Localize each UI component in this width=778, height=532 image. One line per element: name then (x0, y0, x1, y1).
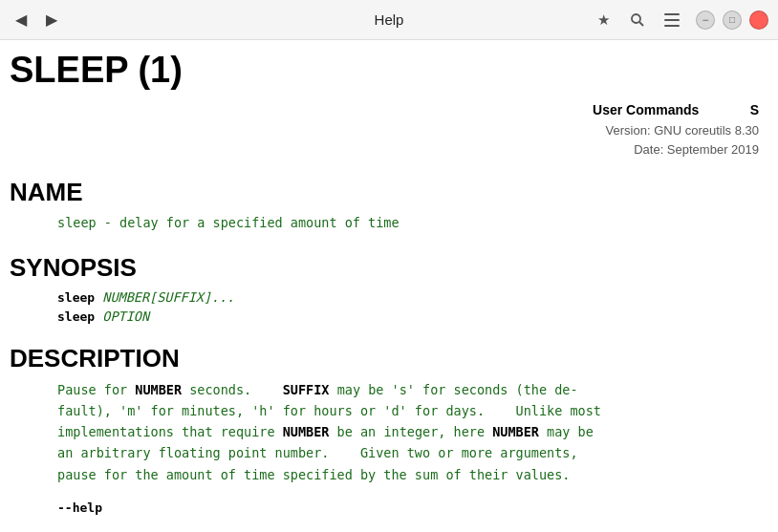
meta-date: Date: September 2019 (10, 140, 759, 160)
help-content: SLEEP (1) User Commands S Version: GNU c… (0, 40, 778, 532)
meta-section-label: User Commands (593, 102, 699, 117)
svg-line-1 (639, 22, 643, 26)
name-content: sleep - delay for a specified amount of … (57, 213, 759, 234)
page-title: SLEEP (1) (10, 50, 759, 91)
name-heading: NAME (10, 178, 759, 207)
search-icon[interactable] (627, 10, 648, 31)
svg-rect-2 (664, 13, 680, 15)
option-line: --help (57, 499, 759, 516)
meta-version: Version: GNU coreutils 8.30 (10, 121, 759, 140)
back-button[interactable]: ◀ (10, 9, 32, 32)
meta-section-line: User Commands S (10, 98, 759, 121)
titlebar: ◀ ▶ Help ★ − □ (0, 0, 778, 40)
window-title: Help (375, 11, 404, 28)
synopsis-line1-rest: NUMBER[SUFFIX]... (95, 289, 234, 305)
synopsis-line2-rest: OPTION (95, 309, 149, 324)
window-controls: − □ (696, 11, 768, 30)
number-keyword3: NUMBER (492, 424, 539, 439)
svg-rect-4 (664, 25, 680, 27)
nav-controls: ◀ ▶ (10, 9, 63, 32)
maximize-button[interactable]: □ (723, 11, 742, 30)
close-button[interactable] (749, 11, 768, 30)
description-heading: DESCRIPTION (10, 344, 759, 373)
suffix-keyword: SUFFIX (283, 382, 330, 397)
meta-block: User Commands S Version: GNU coreutils 8… (10, 98, 759, 159)
svg-point-0 (632, 14, 640, 23)
synopsis-line1-bold: sleep (57, 290, 95, 305)
menu-icon[interactable] (661, 10, 682, 31)
toolbar-right: ★ − □ (593, 10, 768, 31)
meta-section-right: S (750, 102, 759, 117)
forward-button[interactable]: ▶ (40, 9, 63, 32)
number-keyword2: NUMBER (283, 424, 330, 439)
synopsis-line2-bold: sleep (57, 309, 95, 324)
bookmark-icon[interactable]: ★ (593, 10, 614, 31)
description-content: Pause for NUMBER seconds. SUFFIX may be … (57, 379, 759, 485)
synopsis-line1: sleep NUMBER[SUFFIX]... (57, 288, 759, 306)
svg-rect-3 (664, 19, 680, 21)
synopsis-heading: SYNOPSIS (10, 253, 759, 283)
help-option: --help (57, 500, 102, 515)
minimize-button[interactable]: − (696, 11, 715, 30)
number-keyword: NUMBER (135, 382, 182, 397)
synopsis-line2: sleep OPTION (57, 308, 759, 325)
